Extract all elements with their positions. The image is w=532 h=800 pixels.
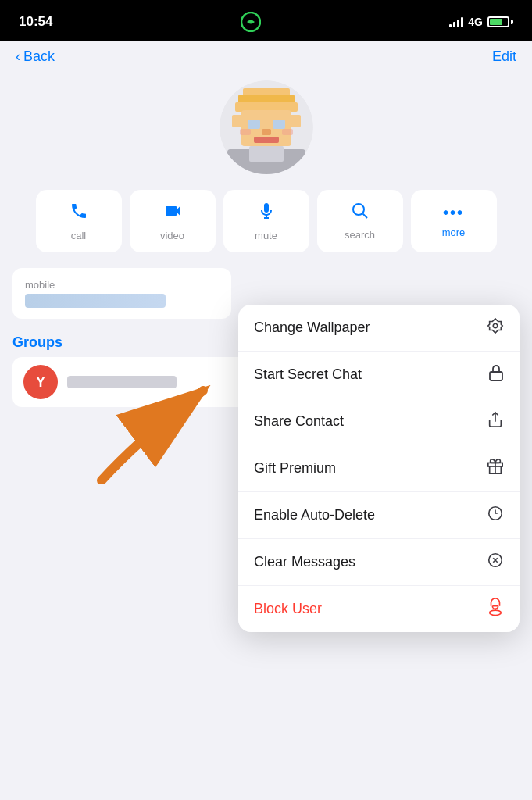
call-icon [70, 202, 88, 225]
video-label: video [160, 230, 184, 241]
menu-item-share-contact[interactable]: Share Contact [238, 398, 520, 445]
back-button[interactable]: ‹ Back [16, 48, 55, 65]
clear-messages-icon [487, 552, 504, 573]
gift-icon [487, 458, 504, 479]
signal-bars [449, 16, 463, 27]
nav-bar: ‹ Back Edit [0, 41, 532, 73]
svg-rect-8 [262, 129, 271, 135]
signal-type: 4G [468, 16, 483, 28]
edit-button[interactable]: Edit [492, 48, 516, 65]
wallpaper-icon [487, 317, 504, 338]
menu-item-clear-messages[interactable]: Clear Messages [238, 539, 520, 586]
call-label: call [71, 230, 87, 241]
group-avatar: Y [23, 365, 58, 399]
menu-item-block-user[interactable]: Block User [238, 586, 520, 632]
more-label: more [442, 227, 466, 238]
menu-item-clear-messages-label: Clear Messages [254, 554, 355, 570]
menu-item-gift-premium-label: Gift Premium [254, 460, 336, 477]
back-chevron: ‹ [16, 48, 20, 65]
more-button[interactable]: ••• more [411, 190, 497, 252]
battery [487, 16, 513, 27]
contact-phone-blurred [25, 294, 166, 308]
svg-rect-20 [490, 372, 502, 380]
auto-delete-icon [487, 505, 504, 526]
svg-rect-9 [254, 137, 279, 143]
menu-item-enable-auto-delete[interactable]: Enable Auto-Delete [238, 492, 520, 539]
status-icons: 4G [449, 16, 513, 28]
status-bar: 10:54 4G [0, 0, 532, 41]
search-label: search [345, 229, 375, 241]
avatar [220, 80, 313, 174]
mute-icon [258, 202, 275, 225]
menu-item-start-secret-chat-label: Start Secret Chat [254, 366, 362, 383]
video-icon [163, 202, 182, 225]
menu-item-enable-auto-delete-label: Enable Auto-Delete [254, 507, 375, 523]
menu-item-start-secret-chat[interactable]: Start Secret Chat [238, 352, 520, 398]
svg-rect-11 [249, 146, 284, 162]
more-icon: ••• [443, 204, 464, 222]
call-button[interactable]: call [36, 190, 122, 252]
svg-rect-7 [273, 120, 285, 129]
svg-rect-12 [232, 115, 243, 127]
block-user-icon [487, 598, 504, 620]
svg-point-28 [490, 610, 502, 615]
contact-info: mobile [12, 268, 231, 319]
svg-point-19 [493, 323, 498, 328]
menu-item-change-wallpaper[interactable]: Change Wallpaper [238, 305, 520, 352]
page: 10:54 4G ‹ [0, 0, 532, 800]
svg-line-17 [362, 213, 367, 218]
menu-item-change-wallpaper-label: Change Wallpaper [254, 320, 370, 336]
back-label: Back [23, 48, 55, 65]
avatar-area [0, 73, 532, 190]
svg-rect-6 [248, 120, 260, 129]
menu-item-gift-premium[interactable]: Gift Premium [238, 445, 520, 492]
svg-rect-15 [282, 129, 293, 135]
svg-rect-14 [240, 129, 251, 135]
svg-point-16 [353, 204, 364, 215]
avatar-image [220, 80, 313, 174]
status-notch [227, 7, 275, 37]
video-button[interactable]: video [130, 190, 216, 252]
svg-rect-13 [290, 115, 301, 127]
lock-icon [488, 364, 504, 385]
mute-button[interactable]: mute [223, 190, 309, 252]
app-icon [241, 12, 261, 32]
contact-type-label: mobile [25, 279, 219, 291]
menu-item-share-contact-label: Share Contact [254, 413, 344, 430]
mute-label: mute [255, 230, 277, 241]
action-buttons: call video mute search ••• more [0, 190, 532, 268]
status-time: 10:54 [19, 14, 52, 30]
dropdown-menu: Change Wallpaper Start Secret Chat Share… [238, 305, 520, 632]
search-icon [352, 202, 369, 224]
search-button[interactable]: search [317, 190, 403, 252]
menu-item-block-user-label: Block User [254, 601, 322, 617]
share-icon [487, 411, 504, 432]
group-name-blurred [67, 376, 177, 388]
